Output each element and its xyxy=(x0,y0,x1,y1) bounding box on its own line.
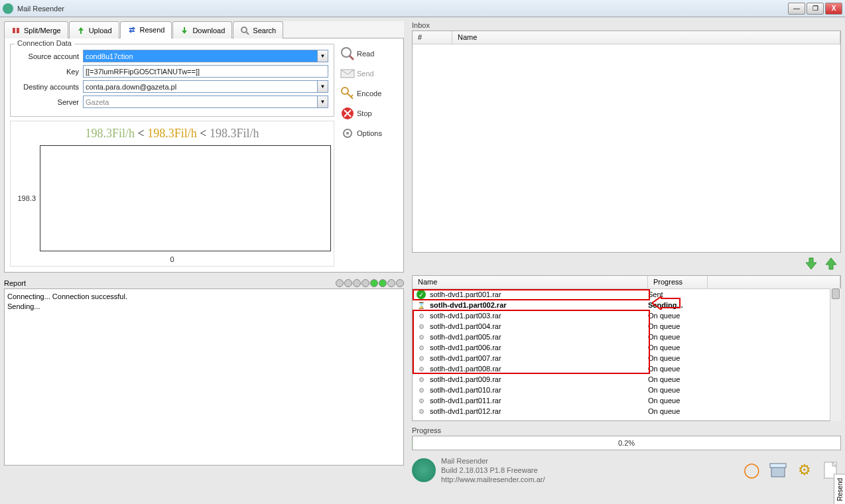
queue-progress: On queue xyxy=(648,354,708,362)
queue-col-spacer xyxy=(708,276,840,288)
footer-line2: Build 2.18.013 P1.8 Freeware xyxy=(441,466,742,475)
inbox-col-name[interactable]: Name xyxy=(452,31,840,44)
minimize-button[interactable]: — xyxy=(788,3,805,15)
split-icon xyxy=(11,26,21,35)
destiny-input[interactable] xyxy=(83,80,318,93)
key-input[interactable] xyxy=(83,65,328,78)
gear-icon: ⚙ xyxy=(417,375,426,384)
inbox-list[interactable]: # Name xyxy=(412,31,841,253)
gear-icon: ⚙ xyxy=(417,343,426,352)
queue-row[interactable]: ⚙sotlh-dvd1.part009.rarOn queue xyxy=(413,374,840,385)
svg-point-2 xyxy=(241,27,247,32)
tab-search[interactable]: Search xyxy=(233,21,283,38)
queue-progress: On queue xyxy=(648,333,708,341)
queue-name: sotlh-dvd1.part001.rar xyxy=(430,290,648,298)
tab-download-label: Download xyxy=(192,27,225,34)
report-text: Connecting... Connection successful. Sen… xyxy=(4,288,404,466)
rate-a: 198.3Fil/h xyxy=(86,127,135,140)
close-button[interactable]: X xyxy=(825,3,842,15)
status-dot-7 xyxy=(387,279,395,287)
queue-row[interactable]: ⚙sotlh-dvd1.part005.rarOn queue xyxy=(413,332,840,342)
queue-row[interactable]: ⌛sotlh-dvd1.part002.rarSending... xyxy=(413,300,840,310)
source-account-input[interactable] xyxy=(83,50,318,62)
queue-list[interactable]: Name Progress ✓sotlh-dvd1.part001.rarSen… xyxy=(412,275,841,421)
source-account-label: Source account xyxy=(16,52,79,60)
search-icon xyxy=(240,26,249,35)
status-dot-8 xyxy=(396,279,404,287)
read-button[interactable]: Read xyxy=(338,44,398,64)
queue-name: sotlh-dvd1.part007.rar xyxy=(430,354,648,362)
queue-row[interactable]: ⚙sotlh-dvd1.part006.rarOn queue xyxy=(413,342,840,353)
move-down-button[interactable] xyxy=(803,255,820,273)
status-dot-4 xyxy=(361,279,369,287)
queue-row[interactable]: ⚙sotlh-dvd1.part008.rarOn queue xyxy=(413,363,840,374)
scrollbar-thumb[interactable] xyxy=(832,288,840,299)
move-up-button[interactable] xyxy=(822,255,840,273)
gear-icon: ⚙ xyxy=(417,364,426,373)
side-tab-resend[interactable]: Resend xyxy=(834,473,845,504)
connection-legend: Connection Data xyxy=(15,39,74,47)
key-icon xyxy=(338,84,357,103)
key-label: Key xyxy=(16,68,79,76)
server-dropdown-icon[interactable]: ▼ xyxy=(318,95,328,108)
queue-row[interactable]: ⚙sotlh-dvd1.part004.rarOn queue xyxy=(413,321,840,332)
queue-scrollbar[interactable] xyxy=(830,288,841,421)
svg-line-3 xyxy=(246,32,249,34)
status-dots xyxy=(336,279,404,287)
destiny-dropdown-icon[interactable]: ▼ xyxy=(318,80,328,93)
maximize-button[interactable]: ❐ xyxy=(807,3,824,15)
gear-icon: ⚙ xyxy=(417,385,426,395)
gear-icon[interactable]: ⚙ xyxy=(795,460,814,480)
queue-row[interactable]: ⚙sotlh-dvd1.part007.rarOn queue xyxy=(413,353,840,363)
stop-button[interactable]: Stop xyxy=(338,103,398,123)
tab-upload-label: Upload xyxy=(89,27,112,34)
queue-progress: On queue xyxy=(648,397,708,405)
footer-line1: Mail Resender xyxy=(441,456,742,466)
footer-logo xyxy=(412,458,436,482)
queue-name: sotlh-dvd1.part008.rar xyxy=(430,365,648,373)
queue-name: sotlh-dvd1.part004.rar xyxy=(430,322,648,330)
queue-progress: On queue xyxy=(648,322,708,330)
gear-icon: ⚙ xyxy=(417,353,426,363)
tab-resend[interactable]: Resend xyxy=(120,21,172,38)
queue-name: sotlh-dvd1.part010.rar xyxy=(430,386,648,394)
server-label: Server xyxy=(16,98,79,106)
queue-name: sotlh-dvd1.part011.rar xyxy=(430,397,648,405)
rate-text: 198.3Fil/h < 198.3Fil/h < 198.3Fil/h xyxy=(13,124,331,143)
svg-rect-1 xyxy=(17,28,19,33)
send-button[interactable]: Send xyxy=(338,64,398,84)
queue-progress: On queue xyxy=(648,344,708,351)
source-dropdown-icon[interactable]: ▼ xyxy=(318,50,328,62)
status-dot-2 xyxy=(344,279,352,287)
queue-col-name[interactable]: Name xyxy=(413,276,648,288)
queue-row[interactable]: ✓sotlh-dvd1.part001.rarSent xyxy=(413,289,840,300)
tab-upload[interactable]: Upload xyxy=(69,21,119,38)
queue-col-progress[interactable]: Progress xyxy=(648,276,708,288)
inbox-label: Inbox xyxy=(412,21,841,29)
gear-icon: ⚙ xyxy=(417,396,426,405)
tab-download[interactable]: Download xyxy=(172,21,232,38)
gear-icon xyxy=(338,124,357,143)
report-label: Report xyxy=(4,279,26,287)
queue-name: sotlh-dvd1.part005.rar xyxy=(430,333,648,341)
rate-b: 198.3Fil/h xyxy=(147,127,197,140)
encode-button[interactable]: Encode xyxy=(338,84,398,103)
titlebar: Mail Resender — ❐ X xyxy=(0,0,845,17)
tab-split-merge[interactable]: Split/Merge xyxy=(4,21,68,38)
server-input[interactable] xyxy=(83,95,318,108)
queue-name: sotlh-dvd1.part006.rar xyxy=(430,344,648,351)
app-title: Mail Resender xyxy=(17,5,788,13)
queue-row[interactable]: ⚙sotlh-dvd1.part010.rarOn queue xyxy=(413,385,840,395)
queue-name: sotlh-dvd1.part009.rar xyxy=(430,375,648,383)
inbox-col-num[interactable]: # xyxy=(413,31,452,44)
box-icon[interactable] xyxy=(768,460,788,480)
options-button[interactable]: Options xyxy=(338,123,398,143)
queue-progress: On queue xyxy=(648,375,708,383)
queue-row[interactable]: ⚙sotlh-dvd1.part003.rarOn queue xyxy=(413,310,840,321)
chart-canvas xyxy=(40,145,331,251)
status-dot-5 xyxy=(370,279,378,287)
queue-row[interactable]: ⚙sotlh-dvd1.part011.rarOn queue xyxy=(413,395,840,406)
footer-line3: http://www.mailresender.com.ar/ xyxy=(441,475,742,484)
help-icon[interactable]: ◯ xyxy=(742,460,761,480)
queue-row[interactable]: ⚙sotlh-dvd1.part012.rarOn queue xyxy=(413,406,840,416)
